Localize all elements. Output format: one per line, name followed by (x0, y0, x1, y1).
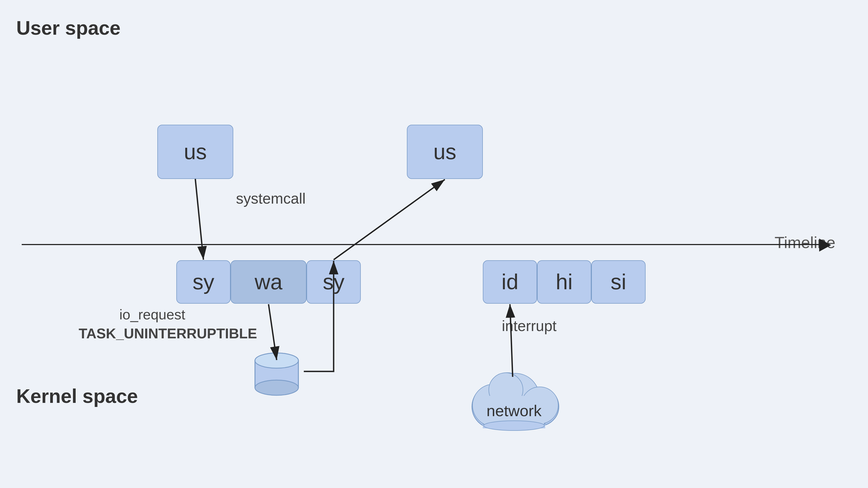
box-us2: us (407, 125, 483, 179)
box-sy1: sy (176, 260, 230, 304)
user-space-label: User space (16, 17, 120, 39)
svg-line-22 (334, 180, 445, 260)
svg-point-18 (484, 421, 545, 430)
box-wa: wa (230, 260, 307, 304)
disk-icon (250, 347, 304, 397)
timeline-line (22, 244, 825, 245)
box-us1: us (157, 125, 233, 179)
svg-point-4 (255, 380, 299, 395)
svg-line-21 (195, 179, 204, 260)
box-sy2: sy (307, 260, 361, 304)
task-uninterruptible-label: TASK_UNINTERRUPTIBLE (79, 325, 257, 341)
interrupt-label: interrupt (502, 317, 557, 334)
box-hi: hi (537, 260, 591, 304)
network-cloud-icon: network (461, 363, 564, 440)
kernel-space-label: Kernel space (16, 385, 138, 407)
svg-text:network: network (486, 402, 542, 419)
timeline-arrow-icon (819, 238, 831, 252)
io-request-label: io_request (119, 306, 185, 323)
systemcall-label: systemcall (236, 190, 306, 207)
box-si: si (591, 260, 646, 304)
svg-point-5 (255, 353, 299, 368)
box-id: id (483, 260, 537, 304)
